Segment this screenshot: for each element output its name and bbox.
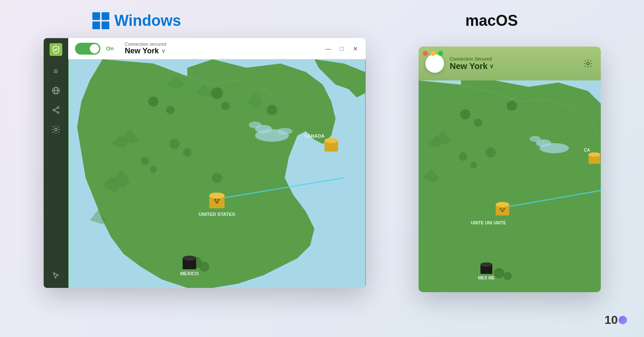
svg-point-55 — [459, 152, 467, 161]
sidebar-hamburger[interactable]: ≡ — [48, 64, 64, 79]
svg-point-12 — [55, 128, 57, 131]
svg-point-29 — [199, 262, 209, 272]
svg-point-35 — [214, 199, 217, 201]
win-maximize-btn[interactable]: □ — [339, 45, 345, 52]
windows-label: Windows — [114, 12, 181, 30]
svg-point-40 — [325, 138, 338, 143]
svg-point-9 — [53, 109, 55, 111]
toggle-knob — [90, 44, 99, 53]
svg-point-19 — [166, 106, 175, 114]
win-main: On Connection secured New York ∨ — □ ✕ — [68, 38, 366, 288]
svg-rect-3 — [102, 22, 109, 29]
win-close-btn[interactable]: ✕ — [352, 45, 359, 52]
svg-point-8 — [57, 112, 59, 113]
svg-rect-0 — [92, 12, 100, 20]
macos-app: Connection Secured New York ∨ — [419, 47, 601, 292]
svg-rect-1 — [102, 12, 109, 20]
win-connection-secured-text: Connection secured — [125, 41, 167, 47]
mac-location-chevron: ∨ — [489, 63, 494, 69]
svg-point-7 — [57, 107, 59, 108]
win-sidebar: ≡ — [44, 38, 68, 288]
svg-point-21 — [221, 102, 230, 110]
mac-maximize-btn[interactable] — [438, 51, 443, 56]
svg-point-53 — [474, 119, 482, 127]
windows-app: ≡ — [44, 38, 366, 288]
app-logo — [50, 43, 62, 56]
screenshots-row: ≡ — [0, 38, 644, 292]
svg-point-67 — [588, 152, 600, 157]
globe-icon — [52, 86, 60, 95]
header-row: Windows macOS — [0, 0, 644, 38]
windows-platform-title: Windows — [92, 12, 181, 30]
win-toggle-area: On Connection secured New York ∨ — [75, 41, 325, 55]
svg-point-71 — [494, 268, 504, 278]
mac-settings-btn[interactable] — [582, 58, 594, 69]
svg-point-16 — [249, 122, 261, 128]
win-map: CANADA UNITED STATES MEXICO — [68, 59, 366, 288]
svg-point-56 — [470, 162, 477, 168]
sidebar-share[interactable] — [48, 102, 64, 118]
svg-point-72 — [503, 272, 512, 280]
win-map-svg: CANADA UNITED STATES MEXICO — [68, 59, 366, 288]
settings-icon — [52, 125, 60, 134]
svg-point-26 — [183, 148, 192, 157]
win-titlebar: On Connection secured New York ∨ — □ ✕ — [68, 38, 366, 59]
svg-text:UNITED STATES: UNITED STATES — [199, 212, 235, 217]
mac-location[interactable]: New York ∨ — [450, 61, 582, 71]
windows-logo-icon — [92, 12, 109, 29]
svg-point-17 — [277, 128, 292, 135]
svg-point-24 — [150, 166, 157, 173]
share-icon — [52, 106, 60, 114]
mac-map: CA UNITE UNI UNITE MEX ME — [419, 80, 601, 292]
svg-point-22 — [267, 105, 277, 115]
svg-point-36 — [217, 199, 220, 201]
win-window-controls: — □ ✕ — [325, 45, 359, 52]
svg-point-47 — [587, 62, 589, 65]
ten-circle-icon — [619, 316, 627, 324]
mac-map-svg: CA UNITE UNI UNITE MEX ME — [419, 80, 601, 292]
svg-point-63 — [503, 208, 505, 210]
svg-point-57 — [486, 147, 496, 157]
svg-point-52 — [460, 109, 470, 119]
mac-minimize-btn[interactable] — [430, 51, 436, 56]
svg-point-51 — [530, 136, 541, 142]
svg-point-61 — [496, 202, 509, 207]
gear-icon — [584, 59, 592, 68]
svg-point-27 — [212, 173, 222, 183]
svg-text:CA: CA — [584, 148, 590, 152]
mac-close-btn[interactable] — [423, 51, 428, 56]
mac-window-buttons — [423, 51, 443, 56]
cursor-icon — [53, 272, 59, 279]
sidebar-cursor[interactable] — [48, 268, 64, 283]
ten-badge: 10 — [605, 313, 627, 327]
sidebar-settings[interactable] — [48, 122, 64, 137]
ten-number: 10 — [605, 313, 618, 327]
win-connection-info: Connection secured New York ∨ — [125, 41, 167, 55]
svg-text:CANADA: CANADA — [304, 133, 325, 138]
win-minimize-btn[interactable]: — — [325, 45, 332, 52]
macos-platform-title: macOS — [465, 12, 518, 30]
svg-point-54 — [507, 101, 517, 111]
mac-connection-info: Connection Secured New York ∨ — [450, 56, 582, 71]
svg-text:MEXICO: MEXICO — [180, 271, 199, 276]
mac-titlebar: Connection Secured New York ∨ — [419, 47, 601, 80]
location-chevron: ∨ — [161, 48, 166, 54]
win-toggle-switch[interactable] — [75, 43, 100, 55]
svg-point-18 — [148, 97, 158, 107]
svg-text:MEX ME: MEX ME — [478, 276, 495, 280]
win-toggle-label: On — [106, 45, 114, 52]
svg-point-62 — [500, 208, 502, 210]
hamburger-icon: ≡ — [53, 67, 58, 76]
svg-rect-2 — [92, 22, 100, 29]
svg-point-20 — [211, 87, 223, 99]
svg-point-37 — [215, 201, 219, 204]
win-location[interactable]: New York ∨ — [125, 47, 167, 55]
mac-toggle-switch[interactable] — [425, 54, 444, 73]
macos-label: macOS — [465, 12, 518, 29]
svg-point-34 — [209, 193, 225, 199]
svg-line-11 — [54, 110, 57, 112]
svg-point-64 — [501, 210, 504, 212]
svg-line-10 — [54, 108, 57, 110]
svg-point-70 — [480, 262, 492, 267]
sidebar-globe[interactable] — [48, 83, 64, 98]
